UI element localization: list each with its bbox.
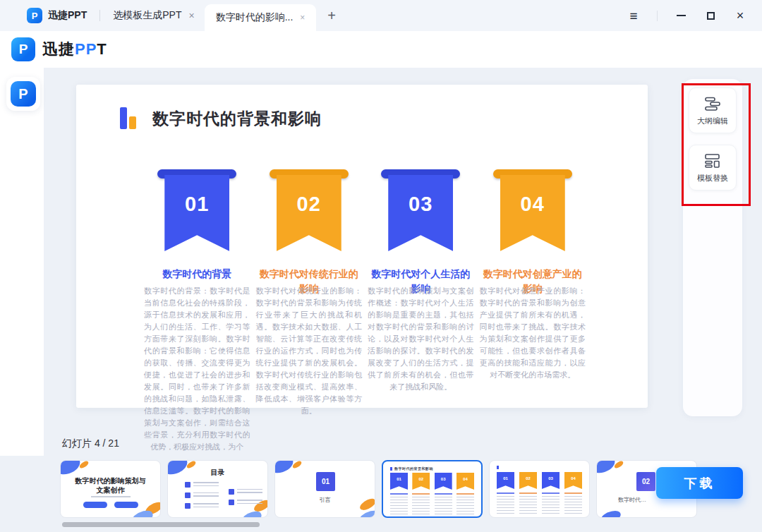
brand-logo-icon xyxy=(11,37,35,61)
app-logo-icon: P xyxy=(27,8,42,23)
menu-icon[interactable]: ≡ xyxy=(627,9,640,22)
ribbon-banner-01: 01 xyxy=(157,169,236,255)
thumb-section-caption: 数字时代… xyxy=(618,496,646,504)
thumb-section-number: 01 xyxy=(316,472,335,491)
brand-header: 迅捷PPT xyxy=(0,31,762,68)
tool-label: 大纲编辑 xyxy=(697,116,728,126)
app-home-tab[interactable]: P 迅捷PPT xyxy=(0,8,97,23)
mini-banner: 01 xyxy=(390,473,408,490)
thumb-section-number: 02 xyxy=(636,472,655,491)
thumb-section-caption: 引言 xyxy=(275,496,375,504)
mini-banner: 02 xyxy=(519,472,537,489)
titlebar: P 迅捷PPT 选模板生成PPT × 数字时代的影响... × + ≡ × xyxy=(0,0,762,31)
app-logo-icon: P xyxy=(11,81,36,107)
floating-app-shortcut[interactable]: P xyxy=(6,77,40,111)
thumbnail-slide-1[interactable]: 数字时代的影响策划与文案创作 xyxy=(60,460,161,518)
ribbon-banner-02: 02 xyxy=(270,169,349,255)
tab-close-icon[interactable]: × xyxy=(188,10,194,21)
banner-number: 02 xyxy=(277,175,341,251)
tab-label: 数字时代的影响... xyxy=(216,11,294,24)
ribbon-banner-04: 04 xyxy=(493,169,572,255)
slide-content: 数字时代的背景和影响 01 数字时代的背景 数字时代的背景：数字时代是当前信息化… xyxy=(76,85,648,453)
mini-banner: 03 xyxy=(542,472,560,489)
left-sidebar xyxy=(0,68,44,456)
thumbnail-slide-2[interactable]: 目录 xyxy=(167,460,268,518)
template-swap-button[interactable]: 模板替换 xyxy=(689,145,737,191)
slide-counter: 幻灯片 4 / 21 xyxy=(62,437,119,450)
mini-banner: 02 xyxy=(412,473,430,490)
thumb-title: 数字时代的影响策划与文案创作 xyxy=(73,476,147,495)
workspace: P 数字时代的背景和影响 01 数字时代的背景 数字时代的背景：数字时代是当前信… xyxy=(0,68,762,532)
divider xyxy=(99,10,100,21)
outline-edit-icon xyxy=(704,97,721,111)
tab-template-generate[interactable]: 选模板生成PPT × xyxy=(103,0,204,31)
column-body: 数字时代对创意产业的影响：数字时代的背景和影响为创意产业提供了前所未有的机遇，同… xyxy=(480,285,586,381)
banner-number: 03 xyxy=(388,175,453,251)
thumbnail-strip: 数字时代的影响策划与文案创作 目录 xyxy=(60,460,697,518)
slide-column-1: 01 数字时代的背景 数字时代的背景：数字时代是当前信息化社会的特殊阶段，源于信… xyxy=(144,169,250,453)
column-body: 数字时代对传统行业的影响：数字时代的背景和影响为传统行业带来了巨大的挑战和机遇。… xyxy=(256,285,363,417)
banner-number: 04 xyxy=(500,175,565,251)
thumbnail-slide-4-selected[interactable]: 数字时代的背景和影响 01 02 03 04 xyxy=(382,460,483,518)
maximize-button[interactable] xyxy=(704,9,717,22)
thumb-mini-title: 数字时代的背景和影响 xyxy=(394,466,433,471)
tab-digital-age[interactable]: 数字时代的影响... × xyxy=(205,4,317,31)
mini-banner: 04 xyxy=(564,472,582,489)
bar-chart-bullet-icon xyxy=(120,107,138,130)
slide-column-4: 04 数字时代对创意产业的影响 数字时代对创意产业的影响：数字时代的背景和影响为… xyxy=(480,169,586,453)
thumb-toc-title: 目录 xyxy=(168,468,267,478)
right-tool-panel: 大纲编辑 模板替换 xyxy=(683,79,742,416)
minimize-button[interactable] xyxy=(675,9,687,22)
horizontal-scrollbar-thumb[interactable] xyxy=(62,522,260,527)
close-button[interactable]: × xyxy=(734,9,746,22)
divider xyxy=(657,11,658,21)
tab-label: 选模板生成PPT xyxy=(113,9,181,22)
thumbnail-slide-3[interactable]: 01 引言 xyxy=(274,460,375,518)
banner-number: 01 xyxy=(164,175,229,251)
column-heading: 数字时代对创意产业的影响 xyxy=(480,267,586,282)
mini-banner: 03 xyxy=(435,473,452,490)
column-heading: 数字时代对个人生活的影响 xyxy=(368,267,474,282)
column-body: 数字时代的背景：数字时代是当前信息化社会的特殊阶段，源于信息技术的发展和应用，为… xyxy=(144,285,250,453)
tab-close-icon[interactable]: × xyxy=(300,13,305,23)
thumbnail-slide-5[interactable]: 01 02 03 04 xyxy=(489,460,590,518)
slide-title: 数字时代的背景和影响 xyxy=(152,108,322,130)
outline-edit-button[interactable]: 大纲编辑 xyxy=(689,87,737,133)
download-button[interactable]: 下载 xyxy=(656,467,743,499)
slide-column-2: 02 数字时代对传统行业的影响 数字时代对传统行业的影响：数字时代的背景和影响为… xyxy=(256,169,363,453)
brand-name: 迅捷PPT xyxy=(42,39,107,60)
template-swap-icon xyxy=(704,154,721,168)
mini-banner: 01 xyxy=(497,472,514,489)
column-heading: 数字时代的背景 xyxy=(144,267,250,282)
ribbon-banner-03: 03 xyxy=(381,169,460,255)
tool-label: 模板替换 xyxy=(697,173,728,183)
app-label: 迅捷PPT xyxy=(48,9,87,22)
slide-column-3: 03 数字时代对个人生活的影响 数字时代的影响策划与文案创作概述：数字时代对个人… xyxy=(368,169,474,453)
app-window: P 迅捷PPT 选模板生成PPT × 数字时代的影响... × + ≡ × 迅捷… xyxy=(0,0,762,532)
mini-banner: 04 xyxy=(456,473,474,490)
column-body: 数字时代的影响策划与文案创作概述：数字时代对个人生活的影响是重要的主题，其包括对… xyxy=(368,285,474,393)
new-tab-button[interactable]: + xyxy=(316,8,347,24)
column-heading: 数字时代对传统行业的影响 xyxy=(256,267,363,282)
